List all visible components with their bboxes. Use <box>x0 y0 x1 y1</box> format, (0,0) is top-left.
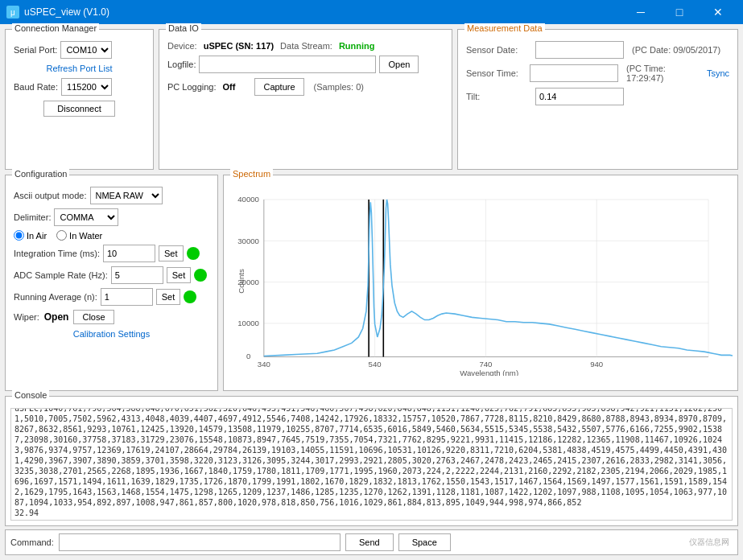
spectrum-panel-title: Spectrum <box>230 169 273 179</box>
svg-text:540: 540 <box>369 360 382 369</box>
serial-port-select[interactable]: COM10 COM1COM2COM3 <box>60 41 112 59</box>
samples-label: (Samples: 0) <box>314 82 364 92</box>
set-integration-button[interactable]: Set <box>159 245 184 261</box>
serial-port-row: Serial Port: COM10 COM1COM2COM3 <box>14 41 145 59</box>
spectrum-panel: Spectrum 40000 30000 20000 10000 0 Count… <box>223 175 738 391</box>
minimize-button[interactable]: ─ <box>622 0 659 24</box>
adc-status-indicator <box>194 269 207 282</box>
in-air-label[interactable]: In Air <box>14 230 47 241</box>
delimiter-select[interactable]: COMMATABSPACE <box>54 208 118 226</box>
running-avg-input[interactable] <box>101 288 153 306</box>
svg-text:30000: 30000 <box>237 237 259 245</box>
config-panel-title: Configuration <box>12 169 69 179</box>
avg-status-indicator <box>184 290 196 303</box>
data-io-panel: Data IO Device: uSPEC (SN: 117) Data Str… <box>159 29 452 170</box>
in-air-radio[interactable] <box>14 230 24 241</box>
app-icon: μ <box>6 6 19 19</box>
sensor-date-row: Sensor Date: (PC Date: 09/05/2017) <box>466 41 729 59</box>
pc-logging-row: PC Logging: Off Capture (Samples: 0) <box>167 78 444 96</box>
adc-sample-label: ADC Sample Rate (Hz): <box>14 270 108 280</box>
top-row: Connection Manager Serial Port: COM10 CO… <box>5 29 738 170</box>
svg-text:10000: 10000 <box>237 319 259 327</box>
console-section: Console 33.47 uSPEC,1040,761,796,564,588… <box>5 396 738 555</box>
console-panel: Console 33.47 uSPEC,1040,761,796,564,588… <box>5 396 738 526</box>
title-bar-buttons: ─ □ ✕ <box>622 0 737 24</box>
window-title: uSPEC_view (V1.0) <box>24 6 109 18</box>
wiper-row: Wiper: Open Close <box>14 310 209 324</box>
integration-time-label: Integration Time (ms): <box>14 249 100 258</box>
title-bar-left: μ uSPEC_view (V1.0) <box>6 6 109 19</box>
watermark: 仪器信息网 <box>456 537 733 548</box>
delimiter-label: Delimiter: <box>14 212 51 222</box>
svg-text:0: 0 <box>246 352 250 360</box>
svg-text:740: 740 <box>479 360 492 369</box>
wiper-status: Open <box>44 311 69 323</box>
adc-sample-row: ADC Sample Rate (Hz): Set <box>14 266 209 284</box>
tilt-input[interactable] <box>535 88 624 105</box>
svg-text:40000: 40000 <box>237 195 259 204</box>
config-panel: Configuration Ascii output mode: NMEA RA… <box>5 175 218 391</box>
close-wiper-button[interactable]: Close <box>73 310 114 324</box>
logfile-label: Logfile: <box>167 60 196 69</box>
command-label: Command: <box>10 537 54 547</box>
running-avg-label: Running Average (n): <box>14 292 97 302</box>
logfile-input[interactable] <box>199 56 376 73</box>
sensor-date-input[interactable] <box>535 41 624 59</box>
integration-status-indicator <box>187 247 200 260</box>
in-water-text: In Water <box>69 231 102 241</box>
maximize-button[interactable]: □ <box>661 0 698 24</box>
console-panel-title: Console <box>12 390 49 400</box>
svg-text:Counts: Counts <box>237 269 246 294</box>
integration-time-input[interactable] <box>103 245 155 262</box>
adc-sample-input[interactable] <box>111 266 163 284</box>
connection-panel-title: Connection Manager <box>12 23 99 33</box>
space-button[interactable]: Space <box>398 533 451 551</box>
svg-text:940: 940 <box>590 360 603 369</box>
spectrum-chart: 40000 30000 20000 10000 0 Counts <box>229 187 733 376</box>
pc-date-note: (PC Date: 09/05/2017) <box>632 45 720 55</box>
tilt-label: Tilt: <box>466 92 530 101</box>
sensor-time-row: Sensor Time: (PC Time: 17:29:47) Tsync <box>466 64 729 83</box>
close-button[interactable]: ✕ <box>700 0 737 24</box>
delimiter-row: Delimiter: COMMATABSPACE <box>14 208 209 226</box>
serial-port-label: Serial Port: <box>14 45 57 55</box>
measurement-panel: Measurement Data Sensor Date: (PC Date: … <box>457 29 738 170</box>
pc-time-note: (PC Time: 17:29:47) <box>626 64 699 83</box>
sensor-time-input[interactable] <box>530 64 618 82</box>
device-label: Device: <box>167 41 197 51</box>
baud-rate-select[interactable]: 115200 9600192003840057600 <box>61 78 112 96</box>
ascii-mode-label: Ascii output mode: <box>14 191 87 200</box>
device-row: Device: uSPEC (SN: 117) Data Stream: Run… <box>167 41 444 51</box>
in-air-text: In Air <box>27 231 47 241</box>
pc-logging-value: Off <box>223 82 236 92</box>
refresh-port-link[interactable]: Refresh Port List <box>14 64 145 73</box>
sensor-time-label: Sensor Time: <box>466 68 525 78</box>
integration-time-row: Integration Time (ms): Set <box>14 245 209 262</box>
baud-rate-label: Baud Rate: <box>14 82 58 92</box>
in-water-label[interactable]: In Water <box>56 230 102 241</box>
set-adc-button[interactable]: Set <box>167 267 192 283</box>
measurement-panel-title: Measurement Data <box>464 23 545 33</box>
console-output: 33.47 uSPEC,1040,761,796,564,588,648,670… <box>10 408 733 521</box>
open-button[interactable]: Open <box>379 56 419 73</box>
baud-rate-row: Baud Rate: 115200 9600192003840057600 <box>14 78 145 96</box>
svg-text:Wavelength (nm): Wavelength (nm) <box>460 369 518 376</box>
capture-button[interactable]: Capture <box>254 78 303 96</box>
set-avg-button[interactable]: Set <box>156 289 181 305</box>
send-button[interactable]: Send <box>345 533 394 551</box>
logfile-row: Logfile: Open <box>167 56 444 73</box>
svg-text:340: 340 <box>258 360 270 369</box>
medium-radio-group: In Air In Water <box>14 230 209 241</box>
disconnect-button[interactable]: Disconnect <box>43 101 114 117</box>
tsync-link[interactable]: Tsync <box>707 68 729 78</box>
bottom-row: Configuration Ascii output mode: NMEA RA… <box>5 175 738 391</box>
command-input[interactable] <box>59 533 341 551</box>
tilt-row: Tilt: <box>466 88 729 105</box>
in-water-radio[interactable] <box>56 230 67 241</box>
ascii-mode-select[interactable]: NMEA RAWASCIIBINARY <box>90 187 163 204</box>
title-bar: μ uSPEC_view (V1.0) ─ □ ✕ <box>0 0 743 24</box>
data-stream-label: Data Stream: <box>280 41 332 51</box>
main-content: Connection Manager Serial Port: COM10 CO… <box>0 24 743 560</box>
calibration-link[interactable]: Calibration Settings <box>14 329 209 339</box>
device-value: uSPEC (SN: 117) <box>204 41 274 51</box>
